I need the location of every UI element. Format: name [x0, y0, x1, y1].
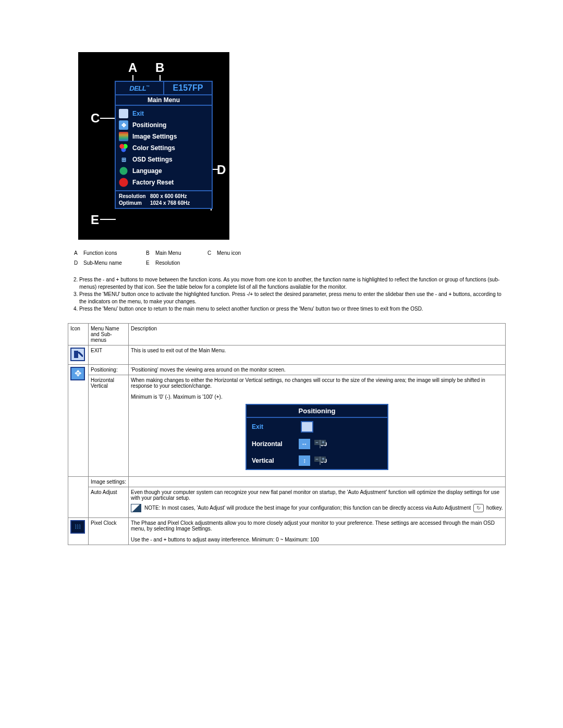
resolution-label: Resolution [119, 193, 150, 199]
callout-B: B [155, 60, 164, 75]
positioning-name: Positioning: [89, 364, 129, 375]
osd-item-exit[interactable]: Exit [116, 108, 212, 119]
osd-main-menu: A B C D E DELL™ E157FP Main Menu Exit ✥ … [78, 52, 229, 240]
auto-adjust-desc: Even though your computer system can rec… [131, 489, 503, 501]
vertical-slider[interactable]: −+ 50 [320, 457, 382, 464]
callout-A: A [128, 60, 137, 75]
horizontal-slider[interactable]: −+ 50 [320, 440, 382, 448]
positioning-icon [70, 367, 85, 380]
positioning-osd-title: Positioning [247, 405, 387, 418]
col-menu-name: Menu Name and Sub-menus [89, 323, 129, 345]
table-row-image-settings: Image settings: [68, 476, 506, 487]
language-icon [119, 166, 128, 176]
positioning-sub-name: Horizontal Vertical [89, 375, 129, 476]
osd-item-factory-reset[interactable]: Factory Reset [116, 177, 212, 188]
instructions-list: Press the - and + buttons to move betwee… [68, 276, 506, 313]
col-icon: Icon [68, 323, 89, 345]
table-row-exit: EXIT This is used to exit out of the Mai… [68, 345, 506, 364]
positioning-sub-desc: When making changes to either the Horizo… [131, 377, 503, 389]
optimum-value: 1024 x 768 60Hz [150, 200, 209, 206]
instruction-4: Press the 'Menu' button once to return t… [79, 305, 506, 313]
def-C: Menu icon [217, 250, 269, 256]
positioning-osd-horizontal-row[interactable]: Horizontal ↔ −+ 50 [247, 436, 387, 452]
table-row-positioning-sub: Horizontal Vertical When making changes … [68, 375, 506, 476]
positioning-osd-vertical-row[interactable]: Vertical ↕ −+ 50 [247, 452, 387, 469]
image-settings-name: Image settings: [89, 476, 129, 487]
vertical-arrows-icon: ↕ [299, 455, 310, 466]
osd-title: Main Menu [116, 95, 212, 106]
osd-header: DELL™ E157FP [116, 82, 212, 95]
def-A: Function icons [83, 250, 146, 256]
horizontal-arrows-icon: ↔ [299, 439, 310, 449]
osd-item-color-settings[interactable]: Color Settings [116, 142, 212, 154]
positioning-desc: 'Positioning' moves the viewing area aro… [129, 364, 506, 375]
exit-desc: This is used to exit out of the Main Men… [129, 345, 506, 364]
exit-icon [70, 348, 85, 361]
def-D: Sub-Menu name [83, 260, 146, 266]
def-E: Resolution [155, 260, 207, 266]
callout-E: E [91, 213, 99, 227]
pixel-clock-icon [70, 520, 85, 534]
osd-settings-icon: ⊞ [119, 155, 128, 164]
pixel-clock-desc: The Phase and Pixel Clock adjustments al… [131, 520, 503, 532]
instruction-3: Press the 'MENU' button once to activate… [79, 291, 506, 305]
menu-functions-table: Icon Menu Name and Sub-menus Description… [68, 323, 506, 545]
color-settings-icon [119, 143, 128, 153]
factory-reset-icon [119, 178, 128, 187]
callout-D: D [217, 163, 226, 177]
auto-adjust-note: NOTE: In most cases, 'Auto Adjust' will … [131, 504, 503, 512]
def-B: Main Menu [155, 250, 207, 256]
positioning-osd: Positioning Exit Horizontal ↔ −+ 50 Vert… [246, 404, 388, 470]
table-row-auto-adjust: Auto Adjust Even though your computer sy… [68, 487, 506, 517]
pixel-clock-label: Pixel Clock [89, 517, 129, 545]
osd-menu-list: Exit ✥ Positioning Image Settings Color … [116, 106, 212, 190]
monitor-model: E157FP [163, 82, 212, 94]
positioning-osd-exit-row[interactable]: Exit [247, 418, 387, 436]
callout-definitions: AFunction icons BMain Menu CMenu icon DS… [74, 250, 506, 266]
exit-icon [119, 109, 128, 118]
resolution-value: 800 x 600 60Hz [150, 193, 209, 199]
exit-name: EXIT [89, 345, 129, 364]
auto-adjust-label: Auto Adjust [89, 487, 129, 517]
optimum-label: Optimum [119, 200, 150, 206]
callout-C: C [91, 111, 100, 126]
osd-item-osd-settings[interactable]: ⊞ OSD Settings [116, 154, 212, 165]
dell-logo: DELL™ [116, 84, 163, 92]
instruction-2: Press the - and + buttons to move betwee… [79, 276, 506, 290]
osd-item-positioning[interactable]: ✥ Positioning [116, 119, 212, 131]
osd-item-image-settings[interactable]: Image Settings [116, 131, 212, 142]
positioning-icon: ✥ [119, 120, 128, 130]
col-description: Description [129, 323, 506, 345]
table-row-pixel-clock: Pixel Clock The Phase and Pixel Clock ad… [68, 517, 506, 545]
table-row-positioning: Positioning: 'Positioning' moves the vie… [68, 364, 506, 375]
note-icon [131, 504, 141, 512]
osd-resolution-footer: Resolution 800 x 600 60Hz Optimum 1024 x… [116, 190, 212, 208]
positioning-minmax: Minimum is '0' (-). Maximum is '100' (+)… [131, 394, 503, 400]
osd-item-language[interactable]: Language [116, 165, 212, 177]
auto-adjust-hotkey-icon [473, 504, 484, 512]
pixel-clock-desc2: Use the - and + buttons to adjust away i… [131, 537, 503, 542]
exit-icon [301, 421, 313, 433]
image-settings-icon [119, 132, 128, 141]
